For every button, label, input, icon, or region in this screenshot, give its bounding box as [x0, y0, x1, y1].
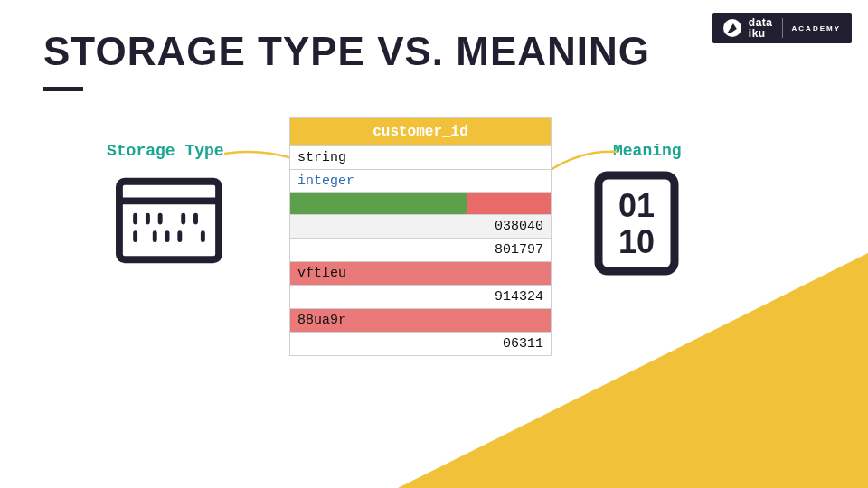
validity-bad: [467, 193, 551, 214]
connector-left: [224, 146, 297, 163]
table-row: 038040: [290, 214, 551, 238]
table-row: 88ua9r: [290, 308, 551, 332]
divider: [782, 18, 783, 38]
table-row: 801797: [290, 238, 551, 261]
brand-badge: data iku ACADEMY: [712, 13, 852, 43]
svg-text:01: 01: [618, 187, 655, 224]
column-header: customer_id: [290, 118, 551, 145]
label-storage-type: Storage Type: [107, 142, 224, 160]
brand-name: data iku: [749, 17, 773, 39]
title-underline: [43, 87, 83, 91]
sample-column: customer_id string integer 038040801797v…: [289, 117, 552, 356]
table-row: 06311: [290, 332, 551, 355]
table-row: 914324: [290, 285, 551, 308]
validity-ok: [290, 193, 467, 214]
storage-type-cell: string: [290, 145, 551, 169]
table-row: vftleu: [290, 261, 551, 285]
storage-icon: [116, 177, 222, 264]
label-meaning: Meaning: [613, 142, 682, 160]
svg-text:10: 10: [618, 223, 655, 260]
meaning-cell: integer: [290, 169, 551, 192]
validity-bar: [290, 192, 551, 214]
binary-icon: 01 10: [593, 170, 680, 277]
page-title: STORAGE TYPE VS. MEANING: [43, 29, 650, 74]
brand-academy: ACADEMY: [792, 24, 841, 33]
bird-icon: [723, 19, 741, 37]
